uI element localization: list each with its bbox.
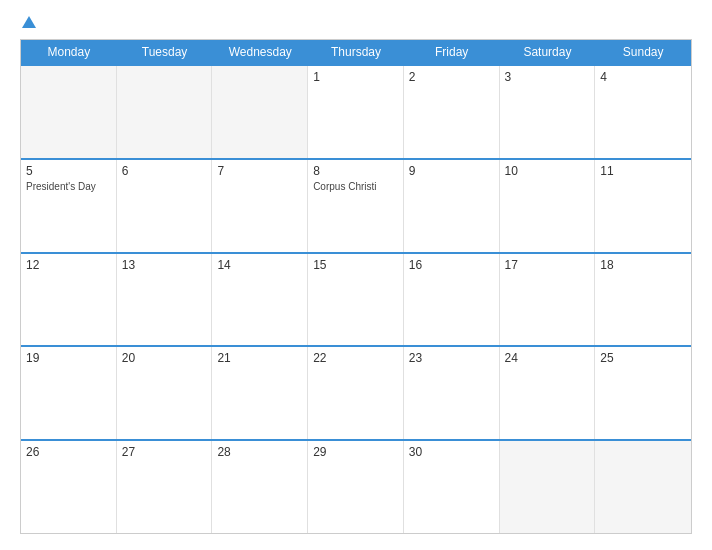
day-cell: 4: [595, 66, 691, 158]
day-event: President's Day: [26, 180, 111, 193]
day-cell: 14: [212, 254, 308, 346]
day-number: 4: [600, 70, 686, 84]
day-cell: 27: [117, 441, 213, 533]
day-cell: 8Corpus Christi: [308, 160, 404, 252]
day-cell: 5President's Day: [21, 160, 117, 252]
day-cell: 15: [308, 254, 404, 346]
day-number: 9: [409, 164, 494, 178]
day-cell: 22: [308, 347, 404, 439]
week-row-5: 2627282930: [21, 439, 691, 533]
day-cell: 3: [500, 66, 596, 158]
day-number: 22: [313, 351, 398, 365]
day-header-sunday: Sunday: [595, 40, 691, 64]
day-number: 17: [505, 258, 590, 272]
day-number: 27: [122, 445, 207, 459]
day-number: 6: [122, 164, 207, 178]
day-cell: 1: [308, 66, 404, 158]
day-number: 13: [122, 258, 207, 272]
day-cell: 20: [117, 347, 213, 439]
day-cell: 23: [404, 347, 500, 439]
day-number: 23: [409, 351, 494, 365]
day-header-thursday: Thursday: [308, 40, 404, 64]
week-row-4: 19202122232425: [21, 345, 691, 439]
day-cell: 13: [117, 254, 213, 346]
day-cell: 6: [117, 160, 213, 252]
day-number: 24: [505, 351, 590, 365]
day-event: Corpus Christi: [313, 180, 398, 193]
day-header-wednesday: Wednesday: [212, 40, 308, 64]
day-number: 11: [600, 164, 686, 178]
calendar-body: 12345President's Day678Corpus Christi910…: [21, 64, 691, 533]
day-number: 7: [217, 164, 302, 178]
day-number: 8: [313, 164, 398, 178]
day-cell: 24: [500, 347, 596, 439]
day-cell: 10: [500, 160, 596, 252]
week-row-1: 1234: [21, 64, 691, 158]
day-header-tuesday: Tuesday: [117, 40, 213, 64]
day-cell: 11: [595, 160, 691, 252]
day-cell: 25: [595, 347, 691, 439]
day-cell: 9: [404, 160, 500, 252]
day-number: 25: [600, 351, 686, 365]
day-number: 29: [313, 445, 398, 459]
day-header-saturday: Saturday: [500, 40, 596, 64]
day-number: 18: [600, 258, 686, 272]
day-number: 1: [313, 70, 398, 84]
day-header-monday: Monday: [21, 40, 117, 64]
day-cell: 17: [500, 254, 596, 346]
page-header: [20, 16, 692, 29]
day-cell: 19: [21, 347, 117, 439]
day-cell: [21, 66, 117, 158]
day-cell: 2: [404, 66, 500, 158]
day-headers-row: MondayTuesdayWednesdayThursdayFridaySatu…: [21, 40, 691, 64]
day-number: 26: [26, 445, 111, 459]
day-cell: [595, 441, 691, 533]
day-number: 21: [217, 351, 302, 365]
calendar: MondayTuesdayWednesdayThursdayFridaySatu…: [20, 39, 692, 534]
day-cell: 12: [21, 254, 117, 346]
day-number: 2: [409, 70, 494, 84]
day-cell: 7: [212, 160, 308, 252]
day-cell: 28: [212, 441, 308, 533]
day-cell: 18: [595, 254, 691, 346]
day-number: 3: [505, 70, 590, 84]
day-number: 10: [505, 164, 590, 178]
day-number: 15: [313, 258, 398, 272]
week-row-3: 12131415161718: [21, 252, 691, 346]
day-header-friday: Friday: [404, 40, 500, 64]
day-number: 16: [409, 258, 494, 272]
logo-triangle-icon: [22, 16, 36, 28]
logo: [20, 16, 36, 29]
day-cell: 21: [212, 347, 308, 439]
day-cell: 26: [21, 441, 117, 533]
day-number: 14: [217, 258, 302, 272]
day-number: 19: [26, 351, 111, 365]
day-cell: [212, 66, 308, 158]
day-cell: 29: [308, 441, 404, 533]
day-cell: 30: [404, 441, 500, 533]
day-number: 20: [122, 351, 207, 365]
day-cell: [500, 441, 596, 533]
day-number: 5: [26, 164, 111, 178]
calendar-page: MondayTuesdayWednesdayThursdayFridaySatu…: [0, 0, 712, 550]
day-number: 30: [409, 445, 494, 459]
day-cell: 16: [404, 254, 500, 346]
week-row-2: 5President's Day678Corpus Christi91011: [21, 158, 691, 252]
day-cell: [117, 66, 213, 158]
day-number: 28: [217, 445, 302, 459]
day-number: 12: [26, 258, 111, 272]
